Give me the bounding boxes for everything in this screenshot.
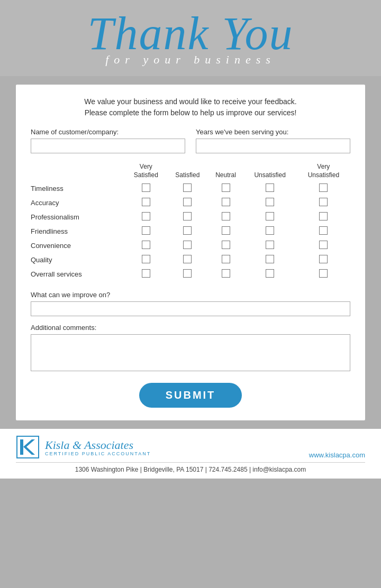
checkbox-cell — [208, 253, 243, 267]
rating-checkbox[interactable] — [183, 226, 192, 235]
table-row: Timeliness — [31, 181, 350, 196]
category-label-cell: Timeliness — [31, 181, 125, 196]
checkbox-cell — [243, 224, 297, 238]
rating-checkbox[interactable] — [142, 212, 150, 221]
rating-checkbox[interactable] — [319, 269, 328, 278]
rating-checkbox[interactable] — [183, 212, 192, 221]
rating-checkbox[interactable] — [222, 241, 230, 249]
footer-address: 1306 Washington Pike | Bridgeville, PA 1… — [16, 466, 365, 473]
checkbox-cell — [167, 181, 208, 196]
checkbox-cell — [167, 267, 208, 281]
category-label-cell: Convenience — [31, 238, 125, 253]
table-row: Overrall services — [31, 267, 350, 281]
checkbox-cell — [297, 196, 350, 210]
years-input[interactable] — [196, 139, 350, 153]
checkbox-cell — [297, 253, 350, 267]
rating-checkbox[interactable] — [222, 226, 230, 235]
years-field-group: Years we've been serving you: — [196, 128, 350, 153]
rating-checkbox[interactable] — [319, 226, 328, 235]
rating-checkbox[interactable] — [222, 198, 230, 206]
rating-checkbox[interactable] — [142, 269, 150, 278]
unsatisfied-header: Unsatisfied — [243, 163, 297, 181]
svg-marker-2 — [23, 439, 35, 447]
table-row: Quality — [31, 253, 350, 267]
checkbox-cell — [167, 253, 208, 267]
rating-checkbox[interactable] — [319, 212, 328, 221]
rating-checkbox[interactable] — [266, 212, 274, 221]
comments-textarea[interactable] — [31, 334, 350, 371]
checkbox-cell — [297, 181, 350, 196]
checkbox-cell — [243, 238, 297, 253]
rating-checkbox[interactable] — [142, 255, 150, 263]
neutral-header: Neutral — [208, 163, 243, 181]
intro-line2: Please complete the form below to help u… — [31, 107, 350, 118]
thank-you-title: Thank You — [21, 11, 360, 57]
rating-checkbox[interactable] — [266, 255, 274, 263]
rating-checkbox[interactable] — [222, 269, 230, 278]
rating-checkbox[interactable] — [183, 183, 192, 192]
rating-checkbox[interactable] — [222, 212, 230, 221]
rating-checkbox[interactable] — [142, 198, 150, 206]
rating-checkbox[interactable] — [266, 198, 274, 206]
checkbox-cell — [297, 238, 350, 253]
rating-checkbox[interactable] — [142, 226, 150, 235]
rating-checkbox[interactable] — [319, 198, 328, 206]
checkbox-cell — [243, 253, 297, 267]
improve-input[interactable] — [31, 301, 350, 316]
checkbox-cell — [243, 267, 297, 281]
rating-checkbox[interactable] — [266, 269, 274, 278]
checkbox-cell — [208, 267, 243, 281]
customer-input[interactable] — [31, 139, 185, 153]
improve-label: What can we improve on? — [31, 291, 350, 299]
rating-checkbox[interactable] — [266, 183, 274, 192]
checkbox-cell — [208, 224, 243, 238]
footer-section: Kisla & Associates Certified Public Acco… — [0, 429, 381, 479]
logo-text-area: Kisla & Associates Certified Public Acco… — [45, 438, 151, 456]
table-row: Accuracy — [31, 196, 350, 210]
rating-checkbox[interactable] — [266, 226, 274, 235]
rating-checkbox[interactable] — [222, 255, 230, 263]
submit-button[interactable]: SUBMIT — [139, 383, 242, 408]
website-text: www.kislacpa.com — [309, 451, 365, 459]
rating-checkbox[interactable] — [183, 241, 192, 249]
customer-label: Name of customer/company: — [31, 128, 185, 136]
cpa-text: Certified Public Accountant — [45, 451, 151, 456]
intro-line1: We value your business and would like to… — [31, 96, 350, 107]
checkbox-cell — [125, 196, 167, 210]
very-satisfied-header: VerySatisfied — [125, 163, 167, 181]
rating-checkbox[interactable] — [183, 198, 192, 206]
table-row: Friendliness — [31, 224, 350, 238]
svg-rect-1 — [20, 439, 23, 455]
checkbox-cell — [167, 196, 208, 210]
checkbox-cell — [208, 196, 243, 210]
category-label-cell: Accuracy — [31, 196, 125, 210]
rating-checkbox[interactable] — [183, 255, 192, 263]
checkbox-cell — [297, 267, 350, 281]
submit-row: SUBMIT — [31, 383, 350, 408]
comments-label: Additional comments: — [31, 324, 350, 332]
table-row: Convenience — [31, 238, 350, 253]
checkbox-cell — [208, 181, 243, 196]
header-section: Thank You for your business — [0, 0, 381, 76]
rating-checkbox[interactable] — [222, 183, 230, 192]
company-name: Kisla & Associates — [45, 438, 151, 452]
checkbox-cell — [125, 238, 167, 253]
svg-marker-3 — [23, 447, 35, 455]
years-label: Years we've been serving you: — [196, 128, 350, 136]
footer-divider — [16, 462, 365, 463]
rating-checkbox[interactable] — [183, 269, 192, 278]
rating-checkbox[interactable] — [319, 255, 328, 263]
customer-field-group: Name of customer/company: — [31, 128, 185, 153]
category-label-cell: Overrall services — [31, 267, 125, 281]
company-logo-icon — [16, 435, 40, 459]
rating-checkbox[interactable] — [142, 241, 150, 249]
checkbox-cell — [208, 210, 243, 224]
table-row: Professionalism — [31, 210, 350, 224]
rating-checkbox[interactable] — [142, 183, 150, 192]
rating-checkbox[interactable] — [319, 241, 328, 249]
category-label-cell: Quality — [31, 253, 125, 267]
intro-text: We value your business and would like to… — [31, 96, 350, 118]
checkbox-cell — [167, 210, 208, 224]
rating-checkbox[interactable] — [266, 241, 274, 249]
rating-checkbox[interactable] — [319, 183, 328, 192]
